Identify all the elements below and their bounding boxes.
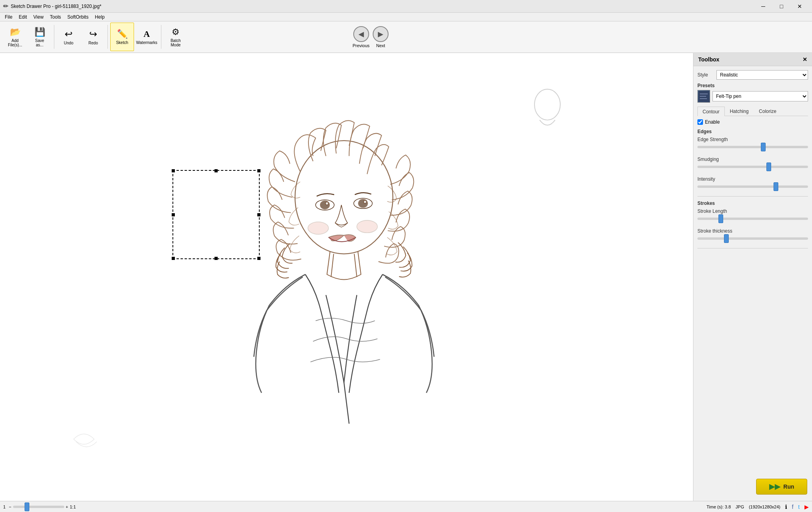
style-select[interactable]: Realistic Pencil Charcoal Ink [716,70,808,80]
tab-hatching[interactable]: Hatching [725,107,754,116]
close-button[interactable]: ✕ [791,0,809,13]
redo-button[interactable]: ↪ Redo [81,23,105,51]
sketch-svg [0,53,693,501]
smudging-group: Smudging [697,157,808,172]
smudging-slider[interactable] [697,163,808,170]
menu-view[interactable]: View [30,13,47,21]
zoom-in-icon[interactable]: + [66,504,68,509]
dimensions-label: (1920x1280x24) [749,504,781,509]
intensity-label: Intensity [697,176,808,182]
tab-contour[interactable]: Contour [697,107,725,116]
zoom-controls: − + 1:1 [9,503,76,510]
toolbar-sep-3 [161,25,161,49]
previous-label: Previous [352,43,370,48]
toolbox-header: Toolbox ✕ [693,53,812,66]
zoom-slider[interactable] [13,503,64,510]
run-button[interactable]: ▶▶ Run [756,479,807,495]
enable-checkbox[interactable] [697,119,703,125]
stroke-thickness-slider[interactable] [697,235,808,242]
menu-softorbits[interactable]: SoftOrbits [64,13,92,21]
run-area: ▶▶ Run [693,472,812,501]
watermarks-label: Watermarks [136,40,157,45]
title-bar-left: ✏ Sketch Drawer Pro - girl-511883_1920.j… [3,2,102,10]
save-label: Save as... [35,38,44,47]
status-left: 1 − + 1:1 [3,503,76,510]
edges-label: Edges [697,129,808,134]
edge-strength-label: Edge Strength [697,137,808,142]
next-label: Next [376,43,385,48]
toolbox-body: Style Realistic Pencil Charcoal Ink Pres… [693,66,812,472]
enable-row: Enable [697,119,808,125]
presets-select[interactable]: Felt-Tip pen Pencil Sketch Charcoal Ink … [712,91,808,101]
toolbar-sep-2 [107,25,108,49]
intensity-slider[interactable] [697,183,808,190]
status-right: Time (s): 3.8 JPG (1920x1280x24) ℹ f t ▶ [707,504,809,510]
watermarks-button[interactable]: A Watermarks [135,23,159,51]
stroke-thickness-group: Stroke thickness [697,228,808,243]
facebook-icon[interactable]: f [792,504,793,510]
twitter-icon[interactable]: t [798,504,800,510]
menu-tools[interactable]: Tools [47,13,64,21]
presets-label: Presets [697,83,808,88]
previous-circle: ◀ [353,26,369,42]
svg-point-8 [308,222,329,234]
toolbar-sep-1 [54,25,54,49]
tab-colorize[interactable]: Colorize [754,107,781,116]
title-bar: ✏ Sketch Drawer Pro - girl-511883_1920.j… [0,0,812,13]
stroke-length-label: Stroke Length [697,208,808,214]
zoom-level: 1:1 [70,504,76,509]
toolbox-close-icon[interactable]: ✕ [802,56,807,63]
menu-edit[interactable]: Edit [15,13,30,21]
time-label: Time (s): 3.8 [707,504,731,509]
title-bar-controls: ─ □ ✕ [754,0,809,13]
sketch-content [0,53,693,501]
presets-row: Felt-Tip pen Pencil Sketch Charcoal Ink … [697,90,808,103]
toolbar: 📂 Add File(s)... 💾 Save as... ↩ Undo ↪ R… [0,21,812,53]
status-bar: 1 − + 1:1 Time (s): 3.8 JPG (1920x1280x2… [0,501,812,512]
svg-point-6 [326,202,329,205]
next-circle: ▶ [373,26,389,42]
menu-help[interactable]: Help [92,13,108,21]
add-file-button[interactable]: 📂 Add File(s)... [3,23,27,51]
menu-bar: File Edit View Tools SoftOrbits Help [0,13,812,21]
minimize-button[interactable]: ─ [754,0,772,13]
stroke-thickness-label: Stroke thickness [697,228,808,234]
sketch-icon: ✏️ [117,29,128,39]
add-file-icon: 📂 [10,27,21,37]
watermarks-icon: A [144,29,150,39]
youtube-icon[interactable]: ▶ [804,504,809,510]
zoom-out-icon[interactable]: − [9,504,11,509]
window-title: Sketch Drawer Pro - girl-511883_1920.jpg… [11,4,102,9]
previous-button[interactable]: ◀ Previous [352,26,370,48]
sketch-label: Sketch [116,40,128,45]
undo-button[interactable]: ↩ Undo [57,23,80,51]
strokes-label: Strokes [697,201,808,206]
intensity-group: Intensity [697,176,808,191]
next-button[interactable]: ▶ Next [373,26,389,48]
smudging-label: Smudging [697,157,808,162]
batch-mode-button[interactable]: ⚙ Batch Mode [164,23,188,51]
edge-strength-slider[interactable] [697,143,808,151]
toolbox-panel: Toolbox ✕ Style Realistic Pencil Charcoa… [693,53,812,501]
app-logo-icon: ✏ [3,2,8,10]
stroke-length-slider[interactable] [697,215,808,222]
presets-icon [697,90,710,103]
maximize-button[interactable]: □ [772,0,791,13]
sketch-button[interactable]: ✏️ Sketch [110,23,134,51]
edges-section: Edges Edge Strength Smudging Intensity [697,129,808,191]
run-icon: ▶▶ [769,482,780,491]
undo-icon: ↩ [65,29,73,40]
style-row: Style Realistic Pencil Charcoal Ink [697,70,808,80]
info-icon: ℹ [785,504,787,510]
divider-2 [697,248,808,248]
svg-point-9 [357,220,377,233]
style-label: Style [697,72,713,78]
divider-1 [697,196,808,197]
canvas-area[interactable] [0,53,693,501]
strokes-section: Strokes Stroke Length Stroke thickness [697,201,808,243]
add-file-label: Add File(s)... [8,38,22,47]
save-as-button[interactable]: 💾 Save as... [28,23,52,51]
batch-icon: ⚙ [172,27,180,37]
menu-file[interactable]: File [2,13,15,21]
toolbox-title: Toolbox [698,56,719,63]
